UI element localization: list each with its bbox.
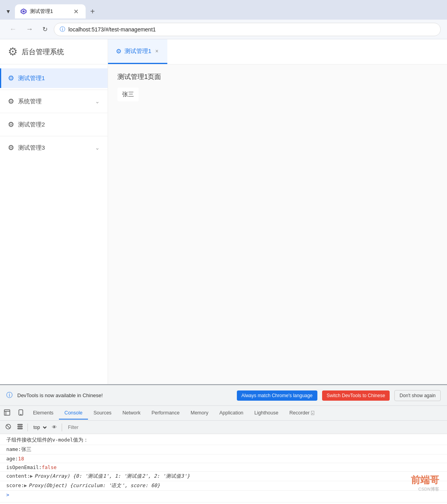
address-bar: ⓘ	[54, 23, 441, 36]
address-input[interactable]	[68, 26, 435, 33]
main-content: ⚙ 测试管理1 ⚙ 系统管理 ⌄ ⚙ 测试管理2 ⚙ 测试管理3 ⌄ 测	[0, 64, 447, 384]
svg-rect-12	[18, 428, 22, 429]
console-line-5[interactable]: score: ▶ Proxy(Object) {curriculum: '语文'…	[0, 481, 447, 491]
console-value-3: false	[42, 464, 57, 470]
chevron-down-icon-1: ⌄	[95, 98, 100, 104]
devtools-toolbar: top top 👁	[0, 420, 447, 434]
svg-rect-3	[4, 410, 10, 415]
tab-switcher[interactable]: ▼	[3, 6, 13, 17]
watermark-sub: CSDN博客	[411, 486, 439, 492]
app-logo-area: ⚙ 后台管理系统	[0, 39, 108, 64]
devtools-tab-memory[interactable]: Memory	[185, 407, 214, 420]
console-value-1: 张三	[21, 446, 31, 453]
info-icon: ⓘ	[6, 391, 13, 400]
console-line-1: name: 张三	[0, 445, 447, 455]
watermark: 前端哥 CSDN博客	[411, 474, 439, 492]
context-selector[interactable]: top	[30, 423, 48, 431]
console-line-empty[interactable]: >	[0, 491, 447, 502]
info-icon: ⓘ	[60, 26, 65, 33]
tab-close-button[interactable]: ✕	[72, 7, 80, 16]
tab-favicon	[20, 8, 27, 15]
sidebar-separator-1	[0, 90, 108, 90]
browser-tab-active[interactable]: 测试管理1 ✕	[15, 4, 86, 18]
sidebar: ⚙ 测试管理1 ⚙ 系统管理 ⌄ ⚙ 测试管理2 ⚙ 测试管理3 ⌄	[0, 64, 108, 384]
console-key-2: age:	[6, 456, 18, 462]
app-tab-close-button[interactable]: ×	[154, 47, 159, 55]
sidebar-icon-3: ⚙	[8, 143, 14, 152]
app-tab-icon: ⚙	[116, 48, 121, 55]
reload-button[interactable]: ↻	[39, 24, 51, 35]
console-key-1: name:	[6, 446, 21, 452]
tab-title: 测试管理1	[30, 8, 69, 15]
devtools-device-button[interactable]	[14, 407, 27, 419]
console-settings-button[interactable]	[15, 423, 25, 432]
logo-icon: ⚙	[8, 45, 18, 58]
console-filter-input[interactable]	[64, 423, 444, 431]
sidebar-label-2: 测试管理2	[18, 121, 100, 128]
sidebar-label-3: 测试管理3	[18, 144, 91, 152]
console-text-0: 子组件接收父组件的v-model值为：	[6, 437, 88, 444]
console-line-0: 子组件接收父组件的v-model值为：	[0, 436, 447, 445]
console-line-4[interactable]: content: ▶ Proxy(Array) {0: '测试值1', 1: '…	[0, 472, 447, 481]
console-value-4: Proxy(Array) {0: '测试值1', 1: '测试值2', 2: '…	[35, 473, 190, 480]
app-header: ⚙ 后台管理系统 ⚙ 测试管理1 ×	[0, 39, 447, 64]
sidebar-icon-1: ⚙	[8, 97, 14, 106]
app-tab-label: 测试管理1	[125, 48, 151, 55]
sidebar-item-test-management3[interactable]: ⚙ 测试管理3 ⌄	[0, 138, 108, 158]
console-key-5: score:	[6, 482, 24, 488]
devtools-tab-elements[interactable]: Elements	[27, 407, 59, 420]
page-title: 测试管理1页面	[117, 72, 438, 81]
devtools-tab-lighthouse[interactable]: Lighthouse	[249, 407, 284, 420]
page-value: 张三	[117, 88, 139, 101]
sidebar-item-system-management[interactable]: ⚙ 系统管理 ⌄	[0, 92, 108, 111]
new-tab-button[interactable]: +	[87, 5, 98, 18]
notify-text: DevTools is now available in Chinese!	[17, 392, 232, 398]
sidebar-label-0: 测试管理1	[18, 75, 100, 82]
console-line-2: age: 18	[0, 455, 447, 463]
console-cursor: >	[6, 492, 9, 498]
console-output: 子组件接收父组件的v-model值为： name: 张三 age: 18 isO…	[0, 434, 447, 504]
sidebar-icon-0: ⚙	[8, 74, 14, 82]
sidebar-label-1: 系统管理	[18, 98, 91, 105]
svg-line-9	[7, 425, 10, 428]
devtools-tab-network[interactable]: Network	[117, 407, 146, 420]
sidebar-item-test-management1[interactable]: ⚙ 测试管理1	[0, 68, 108, 88]
page-content: 测试管理1页面 张三	[108, 64, 447, 384]
console-key-4: content:	[6, 473, 30, 479]
devtools-tab-recorder[interactable]: Recorder ⌺	[284, 407, 320, 420]
toolbar-divider	[27, 423, 28, 431]
devtools-tab-sources[interactable]: Sources	[88, 407, 117, 420]
devtools-notification: ⓘ DevTools is now available in Chinese! …	[0, 385, 447, 405]
devtools-tabs: Elements Console Sources Network Perform…	[0, 405, 447, 420]
watermark-text: 前端哥	[411, 474, 439, 486]
forward-button[interactable]: →	[23, 24, 36, 35]
console-line-3: isOpenEmail: false	[0, 463, 447, 472]
dont-show-again-button[interactable]: Don't show again	[394, 390, 441, 401]
sidebar-icon-2: ⚙	[8, 120, 14, 129]
sidebar-item-test-management2[interactable]: ⚙ 测试管理2	[0, 115, 108, 134]
devtools-tab-performance[interactable]: Performance	[146, 407, 185, 420]
toolbar-divider-2	[62, 423, 62, 431]
clear-console-button[interactable]	[3, 423, 13, 432]
console-arrow-4[interactable]: ▶	[30, 473, 33, 479]
console-key-3: isOpenEmail:	[6, 464, 42, 470]
devtools-panel: ⓘ DevTools is now available in Chinese! …	[0, 384, 447, 504]
console-value-5: Proxy(Object) {curriculum: '语文', score: …	[29, 482, 160, 489]
sidebar-separator-3	[0, 136, 108, 136]
svg-rect-11	[18, 426, 22, 427]
sidebar-separator-2	[0, 113, 108, 113]
chevron-down-icon-3: ⌄	[95, 145, 100, 151]
always-match-language-button[interactable]: Always match Chrome's language	[237, 390, 317, 401]
svg-rect-10	[18, 424, 22, 425]
devtools-tab-console[interactable]: Console	[59, 407, 88, 420]
devtools-tab-application[interactable]: Application	[214, 407, 249, 420]
app-tabs-area: ⚙ 测试管理1 ×	[108, 39, 167, 64]
console-arrow-5[interactable]: ▶	[24, 482, 27, 488]
create-live-expression-button[interactable]: 👁	[49, 423, 59, 431]
devtools-inspect-button[interactable]	[0, 407, 14, 419]
back-button[interactable]: ←	[6, 24, 20, 35]
app-tab-active[interactable]: ⚙ 测试管理1 ×	[108, 39, 167, 64]
app-logo-title: 后台管理系统	[22, 47, 64, 57]
console-value-2: 18	[18, 456, 24, 462]
switch-to-chinese-button[interactable]: Switch DevTools to Chinese	[322, 390, 390, 401]
